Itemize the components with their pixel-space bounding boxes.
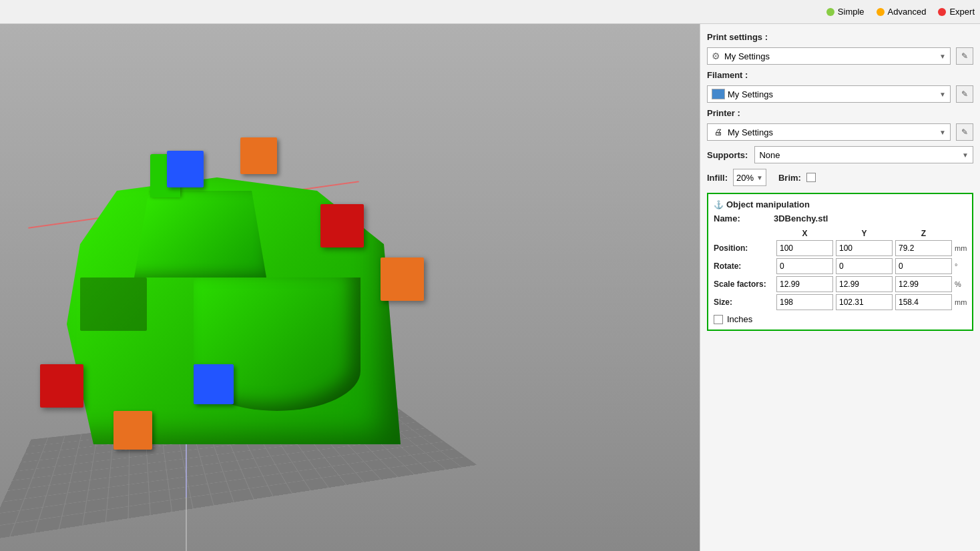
printer-control: 🖨 My Settings ▼ ✎ xyxy=(700,121,980,143)
size-y-input[interactable] xyxy=(836,294,893,310)
print-settings-dropdown[interactable]: ⚙ My Settings ▼ xyxy=(707,47,951,65)
supports-label: Supports: xyxy=(707,150,748,160)
infill-brim-row: Infill: 20% ▼ Brim: xyxy=(700,166,980,189)
mode-advanced-label: Advanced xyxy=(888,7,927,17)
scale-z-input[interactable] xyxy=(895,276,952,292)
scale-unit: % xyxy=(955,280,980,288)
print-settings-edit-button[interactable]: ✎ xyxy=(956,47,973,65)
model-window xyxy=(80,278,147,331)
mode-advanced-dot xyxy=(877,8,885,16)
cube-orange-bottom-left xyxy=(113,411,152,450)
mode-expert[interactable]: Expert xyxy=(938,7,975,17)
right-panel: Print settings : ⚙ My Settings ▼ ✎ Filam… xyxy=(700,24,980,551)
position-label: Position: xyxy=(714,243,774,253)
printer-arrow: ▼ xyxy=(939,129,946,136)
rotate-y-input[interactable] xyxy=(836,258,893,274)
filament-control: My Settings ▼ ✎ xyxy=(700,83,980,105)
obj-grid: X Y Z Position: mm Rotate: xyxy=(714,229,967,310)
viewport[interactable] xyxy=(0,24,700,551)
supports-dropdown[interactable]: None ▼ xyxy=(754,146,973,163)
col-header-z: Z xyxy=(895,229,952,238)
anchor-icon: ⚓ xyxy=(714,200,724,209)
mode-simple-dot xyxy=(826,8,834,16)
brim-checkbox[interactable] xyxy=(806,173,816,182)
col-header-y: Y xyxy=(836,229,893,238)
size-x-input[interactable] xyxy=(776,294,833,310)
print-settings-control: ⚙ My Settings ▼ ✎ xyxy=(700,45,980,67)
cube-blue-bottom-center xyxy=(194,364,234,404)
filament-arrow: ▼ xyxy=(939,91,946,98)
cube-blue-top-left xyxy=(167,151,204,187)
top-bar: Simple Advanced Expert xyxy=(0,0,980,24)
rotate-unit: ° xyxy=(955,262,980,270)
scale-x-input[interactable] xyxy=(776,276,833,292)
position-x-input[interactable] xyxy=(776,240,833,256)
infill-value: 20% xyxy=(736,173,756,183)
rotate-label: Rotate: xyxy=(714,261,774,271)
size-unit: mm xyxy=(955,298,980,306)
print-settings-row: Print settings : xyxy=(700,29,980,45)
print-settings-label: Print settings : xyxy=(707,32,768,42)
filament-value: My Settings xyxy=(728,89,939,99)
rotate-z-input[interactable] xyxy=(895,258,952,274)
mode-expert-label: Expert xyxy=(949,7,975,17)
col-header-x: X xyxy=(776,229,833,238)
printer-label-row: Printer : xyxy=(700,105,980,121)
3d-scene[interactable] xyxy=(0,24,700,551)
print-settings-value: My Settings xyxy=(724,51,939,61)
print-settings-arrow: ▼ xyxy=(939,53,946,60)
supports-row: Supports: None ▼ xyxy=(700,143,980,166)
obj-name-value: 3DBenchy.stl xyxy=(774,213,828,223)
obj-name-label: Name: xyxy=(714,213,774,223)
position-y-input[interactable] xyxy=(836,240,893,256)
inches-label: Inches xyxy=(727,314,752,324)
size-z-input[interactable] xyxy=(895,294,952,310)
filament-label: Filament : xyxy=(707,70,750,80)
supports-arrow: ▼ xyxy=(962,151,969,159)
printer-dropdown[interactable]: 🖨 My Settings ▼ xyxy=(707,123,951,141)
obj-manipulation-title: ⚓ Object manipulation xyxy=(714,199,967,209)
printer-icon: 🖨 xyxy=(712,127,725,137)
cube-orange-mid-right xyxy=(381,257,424,301)
mode-advanced[interactable]: Advanced xyxy=(877,7,927,17)
scale-y-input[interactable] xyxy=(836,276,893,292)
rotate-x-input[interactable] xyxy=(776,258,833,274)
infill-arrow: ▼ xyxy=(756,174,763,181)
filament-label-row: Filament : xyxy=(700,67,980,83)
cube-red-right xyxy=(320,204,364,247)
filament-edit-button[interactable]: ✎ xyxy=(956,85,973,103)
printer-edit-button[interactable]: ✎ xyxy=(956,123,973,141)
brim-label: Brim: xyxy=(778,173,801,183)
cube-red-bottom-left xyxy=(40,364,83,408)
scale-label: Scale factors: xyxy=(714,280,774,289)
cube-orange-top-right xyxy=(240,137,277,174)
obj-name-row: Name: 3DBenchy.stl xyxy=(714,213,967,223)
filament-color-swatch xyxy=(712,89,725,99)
printer-label: Printer : xyxy=(707,108,750,118)
inches-row: Inches xyxy=(714,314,967,324)
object-manipulation-panel: ⚓ Object manipulation Name: 3DBenchy.stl… xyxy=(707,193,973,331)
size-label: Size: xyxy=(714,298,774,307)
model-cabin xyxy=(127,191,274,278)
settings-icon: ⚙ xyxy=(712,51,720,61)
position-unit: mm xyxy=(955,244,980,252)
infill-label: Infill: xyxy=(707,173,728,183)
supports-value: None xyxy=(759,150,962,160)
position-z-input[interactable] xyxy=(895,240,952,256)
mode-expert-dot xyxy=(938,8,946,16)
infill-dropdown[interactable]: 20% ▼ xyxy=(733,169,766,186)
filament-dropdown[interactable]: My Settings ▼ xyxy=(707,85,951,103)
printer-value: My Settings xyxy=(728,127,939,137)
inches-checkbox[interactable] xyxy=(714,315,723,324)
mode-simple[interactable]: Simple xyxy=(826,7,865,17)
3d-model[interactable] xyxy=(27,131,427,464)
mode-simple-label: Simple xyxy=(838,7,865,17)
